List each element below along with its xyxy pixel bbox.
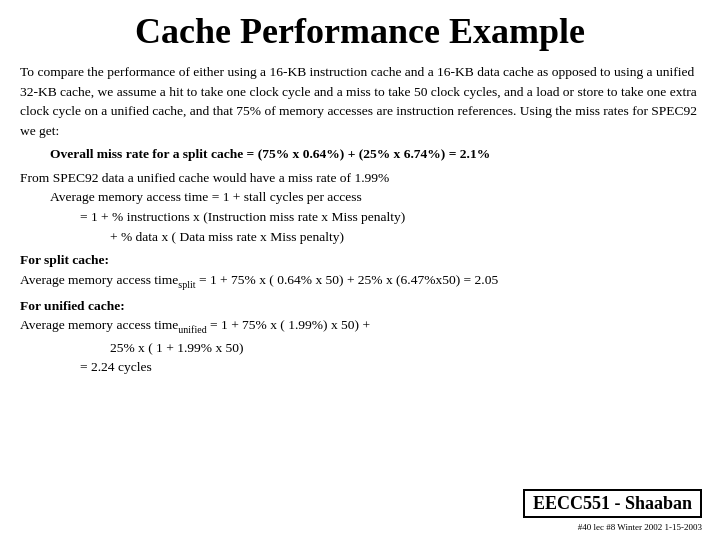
intro-paragraph: To compare the performance of either usi… <box>20 62 700 140</box>
slide-title: Cache Performance Example <box>20 10 700 52</box>
from-spec92: From SPEC92 data a unified cache would h… <box>20 168 700 188</box>
for-unified-cache: For unified cache: <box>20 296 700 316</box>
avg-mem-access-line2: = 1 + % instructions x (Instruction miss… <box>80 207 700 227</box>
unified-cache-line3: = 2.24 cycles <box>80 357 700 377</box>
avg-mem-access-line1: Average memory access time = 1 + stall c… <box>50 187 700 207</box>
overall-miss-rate: Overall miss rate for a split cache = (7… <box>50 144 700 164</box>
avg-mem-access-line3: + % data x ( Data miss rate x Miss penal… <box>110 227 700 247</box>
slide-content: To compare the performance of either usi… <box>20 62 700 377</box>
slide: Cache Performance Example To compare the… <box>0 0 720 540</box>
unified-cache-line2: 25% x ( 1 + 1.99% x 50) <box>110 338 700 358</box>
course-label: EECC551 - Shaaban <box>523 489 702 518</box>
unified-cache-avg: Average memory access timeunified = 1 + … <box>20 315 700 337</box>
for-split-cache: For split cache: <box>20 250 700 270</box>
footer-info: #40 lec #8 Winter 2002 1-15-2003 <box>578 522 702 532</box>
split-cache-avg: Average memory access timesplit = 1 + 75… <box>20 270 700 292</box>
